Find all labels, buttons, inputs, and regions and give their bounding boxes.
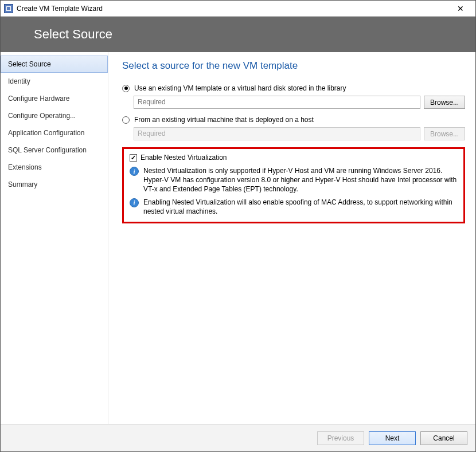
nested-info-1: i Nested Virtualization is only supporte… — [130, 166, 458, 194]
browse-existing-template-button[interactable]: Browse... — [424, 96, 465, 109]
nested-virtualization-section: Enable Nested Virtualization i Nested Vi… — [122, 147, 465, 223]
option-existing-vm[interactable]: From an existing virtual machine that is… — [122, 116, 465, 124]
sidebar-item-configure-hardware[interactable]: Configure Hardware — [1, 90, 108, 107]
option-existing-vm-label: From an existing virtual machine that is… — [134, 116, 314, 124]
sidebar-item-select-source[interactable]: Select Source — [1, 56, 108, 73]
wizard-sidebar: Select Source Identity Configure Hardwar… — [1, 52, 108, 424]
nested-virtualization-label: Enable Nested Virtualization — [141, 154, 227, 162]
close-button[interactable]: ✕ — [449, 2, 472, 15]
nested-virtualization-checkbox-row[interactable]: Enable Nested Virtualization — [130, 154, 458, 162]
nested-info-2-text: Enabling Nested Virtualization will also… — [143, 198, 458, 216]
titlebar: Create VM Template Wizard ✕ — [1, 1, 475, 17]
info-icon: i — [130, 167, 139, 176]
wizard-content: Select a source for the new VM template … — [108, 52, 475, 424]
previous-button: Previous — [317, 431, 364, 445]
next-button[interactable]: Next — [369, 431, 416, 445]
info-icon: i — [130, 198, 139, 207]
nested-info-2: i Enabling Nested Virtualization will al… — [130, 198, 458, 216]
wizard-footer: Previous Next Cancel — [1, 424, 475, 451]
window-title: Create VM Template Wizard — [17, 5, 449, 13]
sidebar-item-sql-server-configuration[interactable]: SQL Server Configuration — [1, 142, 108, 159]
radio-existing-template[interactable] — [122, 85, 130, 92]
radio-existing-vm[interactable] — [122, 116, 130, 124]
option-existing-template-label: Use an existing VM template or a virtual… — [134, 84, 346, 92]
sidebar-item-configure-operating[interactable]: Configure Operating... — [1, 107, 108, 124]
sidebar-item-extensions[interactable]: Extensions — [1, 159, 108, 176]
existing-template-path-input[interactable]: Required — [134, 96, 420, 109]
nested-virtualization-checkbox[interactable] — [130, 154, 137, 162]
browse-existing-vm-button: Browse... — [424, 127, 465, 140]
wizard-header-title: Select Source — [34, 27, 112, 42]
page-title: Select a source for the new VM template — [122, 60, 465, 72]
wizard-header: Select Source — [1, 17, 475, 52]
app-icon — [4, 4, 13, 13]
cancel-button[interactable]: Cancel — [420, 431, 467, 445]
sidebar-item-summary[interactable]: Summary — [1, 176, 108, 193]
existing-vm-path-input: Required — [134, 127, 420, 140]
nested-info-1-text: Nested Virtualization is only supported … — [143, 166, 458, 194]
sidebar-item-identity[interactable]: Identity — [1, 73, 108, 90]
option-existing-template[interactable]: Use an existing VM template or a virtual… — [122, 84, 465, 92]
sidebar-item-application-configuration[interactable]: Application Configuration — [1, 124, 108, 142]
